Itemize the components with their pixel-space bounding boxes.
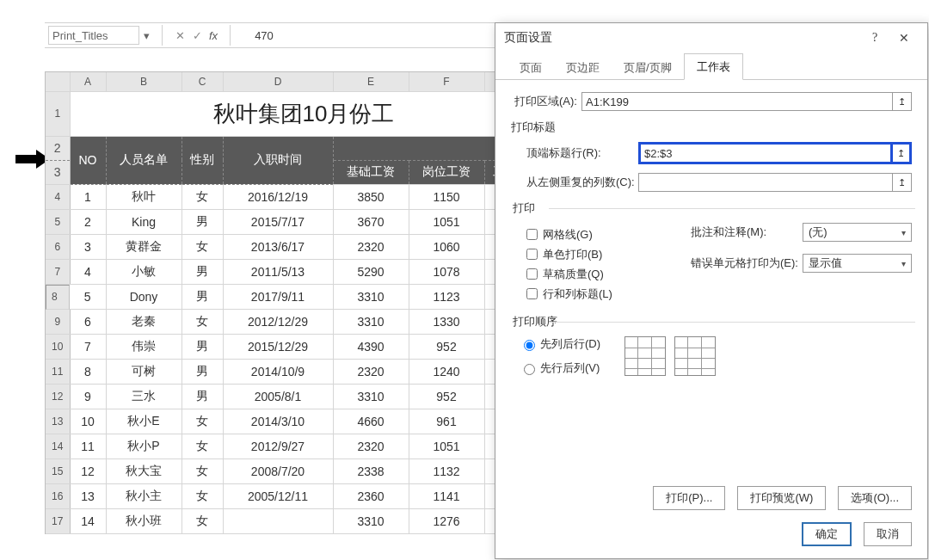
- cell[interactable]: 2320: [333, 434, 409, 459]
- select-all-corner[interactable]: [46, 72, 70, 91]
- cell[interactable]: 1: [70, 184, 106, 209]
- cell[interactable]: 9: [70, 385, 106, 409]
- cell[interactable]: King: [106, 209, 181, 234]
- row-header[interactable]: 16: [46, 484, 70, 509]
- cols-repeat-picker-icon[interactable]: ↥: [893, 173, 912, 192]
- cell[interactable]: 1051: [409, 434, 484, 459]
- row-header[interactable]: 17: [46, 509, 70, 534]
- cell[interactable]: 男: [181, 385, 223, 409]
- name-box[interactable]: Print_Titles: [48, 26, 139, 45]
- ok-button[interactable]: 确定: [802, 522, 852, 546]
- cell[interactable]: 2014/10/9: [223, 360, 333, 385]
- dialog-close-icon[interactable]: ✕: [889, 31, 919, 46]
- cell[interactable]: 男: [181, 284, 223, 310]
- cell[interactable]: 2360: [333, 484, 409, 509]
- cell[interactable]: 三水: [106, 385, 181, 409]
- fx-icon[interactable]: fx: [209, 29, 218, 42]
- cell[interactable]: 2008/7/20: [223, 459, 333, 484]
- mono-checkbox[interactable]: 单色打印(B): [523, 246, 691, 262]
- cell[interactable]: 10: [70, 409, 106, 434]
- cell[interactable]: 3310: [333, 509, 409, 534]
- cell[interactable]: 3310: [333, 284, 409, 310]
- cell[interactable]: 3310: [333, 385, 409, 409]
- cell[interactable]: 4: [70, 259, 106, 284]
- col-header[interactable]: D: [223, 72, 333, 91]
- sheet-title[interactable]: 秋叶集团10月份工: [70, 91, 538, 136]
- cell[interactable]: 1060: [409, 234, 484, 259]
- cell[interactable]: 4390: [333, 335, 409, 360]
- cols-repeat-input[interactable]: [638, 173, 893, 192]
- cell[interactable]: 2338: [333, 459, 409, 484]
- cell[interactable]: 12: [70, 459, 106, 484]
- cell[interactable]: 女: [181, 234, 223, 259]
- cell[interactable]: 2320: [333, 234, 409, 259]
- cell[interactable]: 3310: [333, 310, 409, 335]
- cell[interactable]: 秋小E: [106, 409, 181, 434]
- cell[interactable]: 2012/9/27: [223, 434, 333, 459]
- cell[interactable]: 秋小P: [106, 434, 181, 459]
- cell[interactable]: 秋小班: [106, 509, 181, 534]
- row-header[interactable]: 14: [46, 434, 70, 459]
- formula-cancel-icon[interactable]: ✕: [171, 29, 188, 42]
- rows-repeat-picker-icon[interactable]: ↥: [893, 142, 912, 164]
- cell[interactable]: 14: [70, 509, 106, 534]
- cell[interactable]: 1132: [409, 459, 484, 484]
- cell[interactable]: 4660: [333, 409, 409, 434]
- gridlines-checkbox[interactable]: 网格线(G): [523, 226, 691, 243]
- cell[interactable]: 2013/6/17: [223, 234, 333, 259]
- dialog-tab[interactable]: 页边距: [554, 55, 612, 80]
- headings-checkbox[interactable]: 行和列标题(L): [523, 286, 691, 302]
- cell[interactable]: 8: [70, 360, 106, 385]
- cell[interactable]: 2015/7/17: [223, 209, 333, 234]
- cell[interactable]: 2: [70, 209, 106, 234]
- cell[interactable]: 小敏: [106, 259, 181, 284]
- print-area-picker-icon[interactable]: ↥: [893, 92, 912, 111]
- row-header[interactable]: 12: [46, 385, 70, 409]
- dialog-tab[interactable]: 页眉/页脚: [612, 55, 684, 80]
- cell[interactable]: [223, 509, 333, 534]
- dialog-help-icon[interactable]: ?: [860, 31, 889, 45]
- row-header[interactable]: 4: [46, 184, 70, 209]
- row-header[interactable]: 6: [46, 234, 70, 259]
- row-header[interactable]: 7: [46, 259, 70, 284]
- comments-select[interactable]: (无)▾: [803, 223, 912, 242]
- cell[interactable]: 6: [70, 310, 106, 335]
- cell[interactable]: 3850: [333, 184, 409, 209]
- cell[interactable]: 伟崇: [106, 335, 181, 360]
- row-header[interactable]: 10: [46, 335, 70, 360]
- row-header[interactable]: 3: [46, 160, 70, 184]
- cell[interactable]: 女: [181, 484, 223, 509]
- print-area-input[interactable]: A1:K199: [581, 92, 893, 111]
- cell[interactable]: 1051: [409, 209, 484, 234]
- formula-accept-icon[interactable]: ✓: [188, 29, 206, 42]
- cell[interactable]: 男: [181, 259, 223, 284]
- cell[interactable]: 2005/8/1: [223, 385, 333, 409]
- col-header[interactable]: C: [181, 72, 223, 91]
- cell[interactable]: 可树: [106, 360, 181, 385]
- rows-repeat-input[interactable]: $2:$3: [638, 142, 893, 164]
- down-then-over-radio[interactable]: 先列后行(D): [520, 336, 600, 352]
- formula-value[interactable]: 470: [255, 29, 274, 42]
- print-preview-button[interactable]: 打印预览(W): [737, 486, 826, 510]
- row-header[interactable]: 13: [46, 409, 70, 434]
- row-header[interactable]: 5: [46, 209, 70, 234]
- cell[interactable]: 男: [181, 209, 223, 234]
- cell[interactable]: Dony: [106, 284, 181, 310]
- cell[interactable]: 952: [409, 385, 484, 409]
- cell[interactable]: 2017/9/11: [223, 284, 333, 310]
- cell[interactable]: 黄群金: [106, 234, 181, 259]
- row-header[interactable]: 15: [46, 459, 70, 484]
- cell[interactable]: 女: [181, 310, 223, 335]
- cell[interactable]: 13: [70, 484, 106, 509]
- cell[interactable]: 2011/5/13: [223, 259, 333, 284]
- cell[interactable]: 女: [181, 434, 223, 459]
- cell[interactable]: 男: [181, 360, 223, 385]
- dialog-tab[interactable]: 页面: [508, 55, 554, 80]
- cell[interactable]: 1330: [409, 310, 484, 335]
- cell[interactable]: 男: [181, 335, 223, 360]
- cell[interactable]: 11: [70, 434, 106, 459]
- name-box-dropdown-icon[interactable]: ▾: [139, 23, 153, 47]
- cell[interactable]: 5290: [333, 259, 409, 284]
- cell[interactable]: 5: [70, 284, 106, 310]
- col-header[interactable]: B: [106, 72, 181, 91]
